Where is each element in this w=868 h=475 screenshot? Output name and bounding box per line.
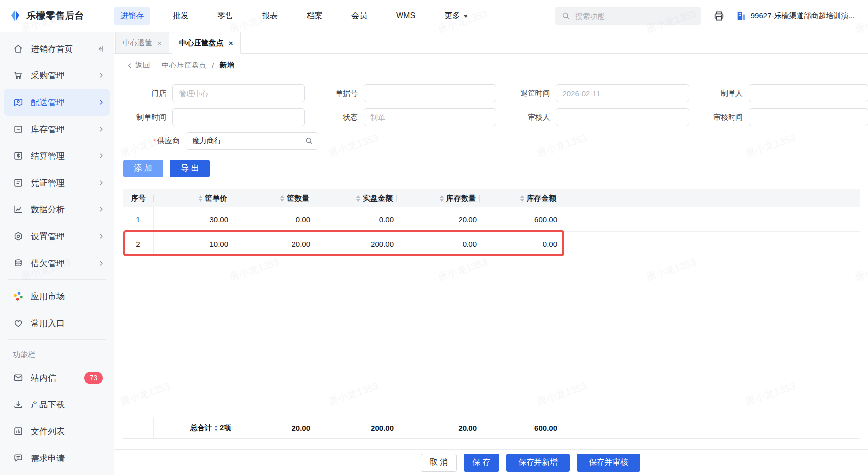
sort-carets-icon[interactable] [356, 195, 360, 202]
sidebar-item-label: 库存管理 [31, 124, 98, 135]
sidebar-item-menu-1[interactable]: 进销存首页 [0, 35, 114, 62]
sidebar-item-label: 文件列表 [31, 426, 105, 437]
top-nav-item-5[interactable]: 档案 [301, 7, 329, 25]
audit-time-field[interactable] [749, 108, 868, 126]
sidebar-item-menu-7[interactable]: 数据分析 [0, 196, 114, 223]
column-divider [231, 195, 231, 202]
sidebar-item-tool-4[interactable]: 需求申请 [0, 445, 114, 472]
creator-field-wrap [749, 84, 868, 102]
request-icon [13, 453, 24, 464]
tab-2[interactable]: 中心压筐盘点× [172, 32, 241, 54]
sort-carets-icon[interactable] [520, 195, 524, 202]
status-field[interactable] [364, 108, 496, 126]
table-row[interactable]: 210.0020.00200.000.000.00 [123, 232, 860, 256]
collapse-sidebar-icon[interactable] [96, 44, 105, 53]
table-cell: 20.00 [233, 240, 315, 248]
close-tab-icon[interactable]: × [229, 39, 233, 47]
auditor-field[interactable] [556, 108, 689, 126]
breadcrumb-parent[interactable]: 中心压筐盘点 [162, 61, 206, 70]
create-time-field-wrap [172, 108, 305, 126]
company-switcher[interactable]: 99627-乐檬渠道部商超培训演... [736, 10, 855, 21]
cart-icon [13, 70, 24, 81]
top-nav-item-label: 会员 [351, 11, 367, 21]
sidebar-item-menu-9[interactable]: 借欠管理 [0, 250, 114, 276]
column-header-6[interactable]: 库存金额 [482, 189, 562, 207]
table-cell: 200.00 [315, 240, 399, 248]
cancel-button[interactable]: 取 消 [421, 454, 457, 472]
column-header-3[interactable]: 筐数量 [233, 189, 315, 207]
debt-icon [13, 258, 24, 269]
home-icon [13, 43, 24, 54]
top-nav: 进销存批发零售报表档案会员WMS更多 [114, 7, 491, 25]
sidebar-item-tool-3[interactable]: 文件列表 [0, 418, 114, 445]
top-nav-item-7[interactable]: WMS [390, 7, 421, 24]
create-time-field[interactable] [172, 108, 305, 126]
required-asterisk: * [153, 137, 156, 145]
search-input[interactable] [574, 11, 695, 21]
table-row[interactable]: 130.000.000.0020.00600.00 [123, 207, 860, 232]
column-header-label: 筐数量 [287, 194, 309, 203]
sort-carets-icon[interactable] [280, 195, 284, 202]
sidebar-item-menu-8[interactable]: 设置管理 [0, 223, 114, 250]
sidebar-item-shortcut-1[interactable]: 应用市场 [0, 283, 114, 310]
chevron-right-icon [98, 126, 105, 133]
sidebar-item-menu-4[interactable]: 库存管理 [0, 116, 114, 142]
column-header-5[interactable]: 库存数量 [399, 189, 482, 207]
table-cell: 0.00 [233, 215, 315, 224]
printer-icon[interactable] [713, 10, 725, 22]
tab-1[interactable]: 中心退筐× [115, 32, 169, 54]
creator-field[interactable] [749, 84, 868, 102]
supplier-field[interactable] [186, 132, 318, 150]
sidebar-divider [8, 279, 106, 280]
top-nav-item-1[interactable]: 进销存 [114, 7, 150, 25]
doc-no-field-wrap [364, 84, 496, 102]
top-nav-item-label: 批发 [173, 11, 189, 21]
sidebar-item-menu-2[interactable]: 采购管理 [0, 62, 114, 89]
sidebar-item-menu-3[interactable]: 配送管理 [4, 89, 110, 116]
top-nav-item-6[interactable]: 会员 [345, 7, 373, 25]
sidebar-item-menu-5[interactable]: 结算管理 [0, 142, 114, 169]
top-nav-item-8[interactable]: 更多 [438, 7, 474, 25]
field-label: *供应商 [114, 132, 186, 150]
top-nav-item-label: 进销存 [120, 11, 144, 21]
sidebar-item-tool-2[interactable]: 产品下载 [0, 391, 114, 418]
totals-value: 20.00 [399, 424, 482, 432]
save-and-new-button[interactable]: 保存并新增 [506, 454, 570, 472]
close-tab-icon[interactable]: × [157, 39, 162, 47]
totals-row: 总合计：2项20.00200.0020.00600.00 [123, 417, 860, 439]
chevron-right-icon [98, 99, 105, 106]
sidebar-item-label: 借欠管理 [31, 258, 98, 269]
totals-value: 600.00 [482, 424, 562, 432]
row-index-cell: 2 [123, 232, 154, 256]
sidebar-item-shortcut-2[interactable]: 常用入口 [0, 310, 114, 337]
table-cell: 20.00 [399, 215, 482, 224]
top-nav-item-label: WMS [396, 11, 415, 20]
footer-bar: 取 消 保 存 保存并新增 保存并审核 [114, 449, 868, 475]
column-header-label: 实盘金额 [363, 194, 393, 203]
top-nav-item-3[interactable]: 零售 [211, 7, 239, 25]
sort-carets-icon[interactable] [440, 195, 444, 202]
back-button[interactable]: 返回 [126, 61, 150, 70]
table-cell: 600.00 [482, 215, 562, 224]
top-nav-item-4[interactable]: 报表 [256, 7, 284, 25]
top-nav-item-2[interactable]: 批发 [167, 7, 195, 25]
totals-value: 200.00 [315, 424, 399, 432]
column-header-label: 序号 [131, 194, 146, 203]
column-divider [479, 195, 480, 202]
store-field[interactable] [172, 84, 305, 102]
sidebar-item-tool-1[interactable]: 站内信73 [0, 364, 114, 391]
sidebar-item-label: 采购管理 [31, 70, 98, 81]
column-header-2[interactable]: 筐单价 [154, 189, 233, 207]
row-index-cell: 1 [123, 207, 154, 231]
return-date-field[interactable] [556, 84, 689, 102]
search-box[interactable] [555, 7, 701, 25]
export-button[interactable]: 导 出 [170, 160, 210, 177]
doc-no-field[interactable] [364, 84, 496, 102]
column-header-4[interactable]: 实盘金额 [315, 189, 399, 207]
add-button[interactable]: 添 加 [123, 160, 163, 177]
save-and-audit-button[interactable]: 保存并审核 [577, 454, 640, 472]
sort-carets-icon[interactable] [199, 195, 202, 202]
sidebar-item-menu-6[interactable]: 凭证管理 [0, 169, 114, 196]
save-button[interactable]: 保 存 [464, 454, 499, 472]
field-label: 审核人 [496, 108, 556, 126]
